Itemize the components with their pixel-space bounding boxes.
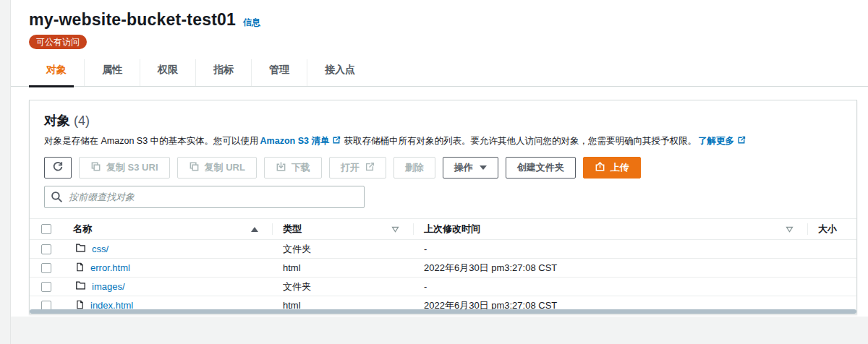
object-type: 文件夹 (272, 243, 413, 256)
delete-label: 删除 (405, 161, 424, 174)
download-label: 下载 (292, 161, 310, 174)
search-input[interactable] (44, 186, 365, 208)
tab-management[interactable]: 管理 (251, 59, 307, 86)
objects-table: 名称 类型 上次修改时间 大小 (30, 218, 856, 314)
external-link-icon (737, 136, 746, 147)
public-access-badge: 可公有访问 (29, 35, 87, 49)
sort-down-outline-icon (786, 224, 793, 235)
column-size-label: 大小 (818, 223, 837, 236)
object-type: html (272, 262, 413, 273)
horizontal-scrollbar[interactable] (30, 309, 856, 314)
panel-title: 对象 (4) (44, 112, 842, 129)
open-external-icon (365, 162, 375, 174)
row-checkbox[interactable] (41, 282, 51, 292)
objects-toolbar: 复制 S3 URI 复制 URL 下载 打开 (44, 157, 842, 179)
object-modified: - (413, 244, 807, 254)
create-folder-label: 创建文件夹 (517, 161, 564, 174)
panel-title-text: 对象 (44, 113, 70, 128)
panel-description: 对象是存储在 Amazon S3 中的基本实体。您可以使用 Amazon S3 … (44, 135, 842, 147)
row-checkbox[interactable] (41, 244, 51, 254)
left-gutter (0, 0, 11, 344)
column-header-type[interactable]: 类型 (272, 219, 413, 239)
object-link[interactable]: images/ (92, 281, 125, 292)
page-title: my-website-bucket-test01 (29, 10, 236, 30)
page-background-footer (0, 317, 868, 344)
actions-dropdown-button[interactable]: 操作 (443, 157, 498, 179)
chevron-down-icon (480, 165, 487, 170)
object-type: 文件夹 (272, 280, 413, 293)
upload-label: 上传 (610, 161, 629, 174)
open-label: 打开 (341, 161, 359, 174)
column-header-name[interactable]: 名称 (62, 219, 272, 239)
objects-panel: 对象 (4) 对象是存储在 Amazon S3 中的基本实体。您可以使用 Ama… (29, 100, 857, 314)
object-link[interactable]: error.html (90, 262, 130, 273)
sort-ascending-icon (251, 227, 258, 232)
tab-objects[interactable]: 对象 (29, 59, 84, 86)
column-header-size[interactable]: 大小 (807, 219, 856, 239)
open-button: 打开 (329, 157, 386, 179)
description-part2: 获取存储桶中所有对象的列表。要允许其他人访问您的对象，您需要明确向其授予权限。 (344, 135, 697, 147)
delete-button: 删除 (393, 157, 435, 179)
table-header-row: 名称 类型 上次修改时间 大小 (30, 218, 856, 240)
download-icon (276, 161, 286, 174)
tab-access-points[interactable]: 接入点 (307, 59, 373, 86)
folder-icon (75, 280, 86, 293)
copy-url-button: 复制 URL (177, 157, 257, 179)
column-header-modified[interactable]: 上次修改时间 (413, 219, 807, 239)
copy-s3-uri-button: 复制 S3 URI (79, 157, 170, 179)
object-modified: 2022年6月30日 pm3:27:08 CST (413, 262, 807, 275)
table-row: images/ 文件夹 - (30, 278, 856, 296)
column-type-label: 类型 (283, 223, 302, 236)
bucket-header: my-website-bucket-test01 信息 可公有访问 (11, 0, 868, 49)
inventory-link[interactable]: Amazon S3 清单 (260, 135, 330, 147)
object-link[interactable]: css/ (92, 244, 109, 254)
upload-icon (595, 161, 605, 174)
copy-icon (90, 161, 101, 174)
learn-more-link[interactable]: 了解更多 (698, 135, 734, 147)
sort-down-outline-icon (391, 224, 399, 235)
table-body: css/ 文件夹 - error.html html 2022年6 (30, 240, 856, 314)
copy-url-label: 复制 URL (205, 161, 245, 174)
info-link[interactable]: 信息 (243, 17, 260, 29)
search-icon (51, 191, 63, 206)
download-button: 下载 (264, 157, 322, 179)
table-row: css/ 文件夹 - (30, 240, 856, 259)
search-row (44, 186, 365, 208)
file-icon (75, 262, 85, 275)
tab-properties[interactable]: 属性 (84, 59, 140, 86)
create-folder-button[interactable]: 创建文件夹 (506, 157, 576, 179)
tab-permissions[interactable]: 权限 (140, 59, 195, 86)
table-row: error.html html 2022年6月30日 pm3:27:08 CST (30, 259, 856, 278)
s3-bucket-page: my-website-bucket-test01 信息 可公有访问 对象 属性 … (11, 0, 868, 314)
bucket-tabs: 对象 属性 权限 指标 管理 接入点 (11, 59, 868, 87)
upload-button[interactable]: 上传 (583, 157, 641, 179)
tab-metrics[interactable]: 指标 (195, 59, 251, 86)
actions-label: 操作 (454, 161, 473, 174)
copy-icon (189, 161, 200, 174)
select-all-checkbox[interactable] (41, 224, 51, 234)
copy-s3-uri-label: 复制 S3 URI (106, 161, 158, 174)
folder-icon (75, 243, 86, 255)
object-count: (4) (74, 113, 90, 128)
refresh-button[interactable] (44, 157, 72, 179)
refresh-icon (52, 161, 64, 175)
description-part1: 对象是存储在 Amazon S3 中的基本实体。您可以使用 (44, 135, 259, 147)
row-checkbox[interactable] (41, 263, 51, 273)
column-name-label: 名称 (73, 223, 92, 236)
object-modified: - (413, 281, 807, 292)
external-link-icon (332, 136, 341, 147)
column-modified-label: 上次修改时间 (424, 223, 480, 236)
